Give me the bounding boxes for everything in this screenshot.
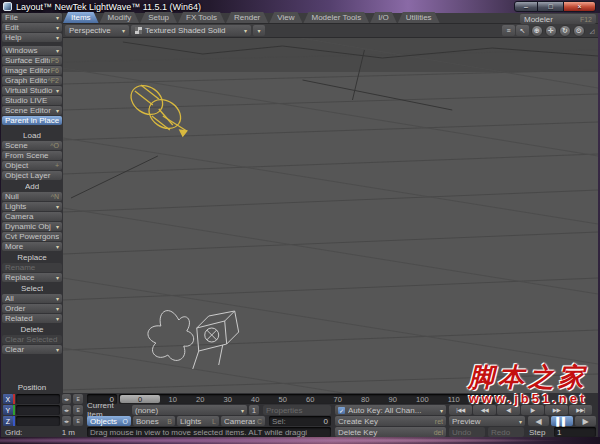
menu-tab[interactable]: Modeler Tools: [303, 12, 369, 23]
sidebar-item[interactable]: More ▾: [2, 242, 62, 251]
timeline-ruler[interactable]: 0 102030405060708090100110120: [119, 394, 501, 404]
sidebar-item[interactable]: Parent in Place: [2, 116, 62, 125]
sidebar-item[interactable]: File ▾: [2, 13, 62, 22]
menu-tab[interactable]: I/O: [370, 12, 397, 23]
sidebar-item[interactable]: Clear Selected: [2, 335, 62, 344]
grid-size-value: 1 m: [62, 428, 75, 437]
play-forward-button[interactable]: ▶: [575, 416, 596, 426]
view-mode-dropdown[interactable]: Perspective ▾: [65, 25, 129, 36]
axis-z-spinner[interactable]: ◂▸: [62, 416, 72, 426]
delete-key-button[interactable]: Delete Key del: [335, 427, 446, 437]
chevron-down-icon: ▾: [122, 27, 125, 34]
sidebar-item[interactable]: Graph Editor ^F2: [2, 76, 62, 85]
axis-x-spinner[interactable]: ◂▸: [62, 394, 72, 404]
menu-tab[interactable]: Items: [63, 12, 99, 23]
cameras-mode-button[interactable]: Cameras C: [221, 416, 265, 426]
create-key-button[interactable]: Create Key ret: [335, 416, 446, 426]
axis-y-spinner[interactable]: ◂▸: [62, 405, 72, 415]
sidebar-item[interactable]: Related ▾: [2, 314, 62, 323]
axis-y-envelope-button[interactable]: E: [73, 405, 83, 415]
sidebar-item[interactable]: Object Layer: [2, 171, 62, 180]
modeler-button[interactable]: Modeler F12: [520, 14, 596, 24]
sidebar-item[interactable]: Null ^N: [2, 192, 62, 201]
chevron-down-icon: ▾: [519, 418, 522, 425]
sidebar-item[interactable]: Scene Editor ▾: [2, 106, 62, 115]
sidebar-item[interactable]: Help ▾: [2, 33, 62, 42]
minimize-button[interactable]: –: [514, 1, 538, 12]
lights-mode-button[interactable]: Lights L: [177, 416, 219, 426]
next-keyframe-button[interactable]: ▶▶: [545, 405, 568, 415]
menu-tab[interactable]: Setup: [140, 12, 177, 23]
menu-tab[interactable]: Render: [226, 12, 268, 23]
zoom-icon[interactable]: ⊙: [573, 25, 585, 37]
axis-x-label: X: [3, 394, 13, 404]
item-list-button[interactable]: 1: [249, 405, 259, 415]
resize-icon[interactable]: ◿: [588, 27, 596, 35]
sidebar-item[interactable]: Camera: [2, 212, 62, 221]
menu-tab[interactable]: Utilities: [398, 12, 440, 23]
center-icon[interactable]: ⊕: [531, 25, 543, 37]
scene-3d-view: [63, 38, 598, 393]
properties-button[interactable]: Properties: [263, 405, 331, 415]
pointer-icon[interactable]: ↖: [516, 25, 529, 36]
grid-size-row: Grid: 1 m: [5, 427, 83, 437]
chevron-down-icon: ▾: [56, 295, 59, 302]
bones-mode-button[interactable]: Bones B: [133, 416, 175, 426]
sidebar-item[interactable]: Studio LIVE: [2, 96, 62, 105]
menu-tab[interactable]: Modify: [100, 12, 140, 23]
sidebar-item[interactable]: Clear ▾: [2, 345, 62, 354]
menu-tab[interactable]: View: [269, 12, 302, 23]
next-frame-button[interactable]: |▶: [521, 405, 544, 415]
current-item-label: Current Item: [87, 405, 131, 415]
undo-button[interactable]: Undo: [449, 427, 485, 437]
axis-x-input[interactable]: [16, 394, 60, 404]
close-button[interactable]: ×: [563, 1, 596, 12]
maximize-button[interactable]: □: [538, 1, 563, 12]
sidebar-item[interactable]: From Scene: [2, 151, 62, 160]
sidebar-item[interactable]: Replace ▾: [2, 273, 62, 282]
sidebar-item: Load: [2, 131, 62, 140]
sidebar-item[interactable]: All ▾: [2, 294, 62, 303]
autokey-dropdown[interactable]: ✓ Auto Key: All Chan... ▾: [335, 405, 446, 415]
menu-tab[interactable]: FX Tools: [178, 12, 225, 23]
play-reverse-button[interactable]: ◀: [528, 416, 549, 426]
first-frame-button[interactable]: |◀◀: [449, 405, 472, 415]
prev-keyframe-button[interactable]: ◀◀: [473, 405, 496, 415]
axis-x-envelope-button[interactable]: E: [73, 394, 83, 404]
sidebar-item[interactable]: Virtual Studio ▾: [2, 86, 62, 95]
rotate-icon[interactable]: ↻: [559, 25, 571, 37]
sidebar-item[interactable]: Edit ▾: [2, 23, 62, 32]
sidebar-item[interactable]: Image Editor F6: [2, 66, 62, 75]
axis-y-input[interactable]: [16, 405, 60, 415]
pause-button[interactable]: ▌▌: [551, 416, 573, 426]
prev-frame-button[interactable]: ◀|: [497, 405, 520, 415]
last-frame-button[interactable]: ▶▶|: [569, 405, 592, 415]
sidebar-item[interactable]: Lights ▾: [2, 202, 62, 211]
sidebar-item[interactable]: Cvt Powergons: [2, 232, 62, 241]
sidebar-item[interactable]: Object +: [2, 161, 62, 170]
sidebar-item[interactable]: Windows ▾: [2, 46, 62, 55]
sidebar-item[interactable]: Dynamic Obj ▾: [2, 222, 62, 231]
sidebar-item[interactable]: Rename: [2, 263, 62, 272]
objects-mode-button[interactable]: Objects O: [87, 416, 131, 426]
axis-z-envelope-button[interactable]: E: [73, 416, 83, 426]
viewport-canvas[interactable]: [63, 38, 598, 393]
step-field[interactable]: 1: [554, 427, 596, 437]
redo-button[interactable]: Redo: [488, 427, 524, 437]
sidebar-item[interactable]: Scene ^O: [2, 141, 62, 150]
timeline-tick: 70: [334, 395, 342, 404]
sidebar-item[interactable]: Surface Editor F5: [2, 56, 62, 65]
viewport-options-dropdown[interactable]: ▾: [253, 25, 265, 36]
position-section-label: Position: [1, 383, 63, 393]
axis-z-input[interactable]: [16, 416, 60, 426]
shading-mode-dropdown[interactable]: Textured Shaded Solid ▾: [131, 25, 251, 36]
sidebar-item[interactable]: Order ▾: [2, 304, 62, 313]
current-item-dropdown[interactable]: (none) ▾: [132, 405, 247, 415]
axis-z-label: Z: [3, 416, 13, 426]
preview-dropdown[interactable]: Preview ▾: [449, 416, 525, 426]
pan-icon[interactable]: ✛: [545, 25, 557, 37]
chevron-down-icon: ▾: [56, 107, 59, 114]
list-icon[interactable]: ≡: [502, 25, 515, 36]
chevron-down-icon: ▾: [56, 305, 59, 312]
checkbox-checked-icon[interactable]: ✓: [338, 407, 345, 414]
